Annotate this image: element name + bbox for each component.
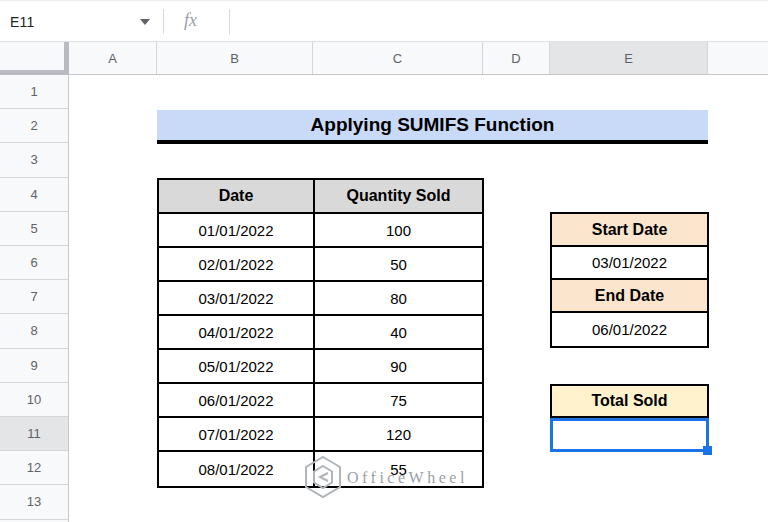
data-table: DateQuantity Sold01/01/202210002/01/2022… xyxy=(157,178,484,488)
table-row: 07/01/2022120 xyxy=(159,418,482,452)
row-header-3[interactable]: 3 xyxy=(0,143,68,177)
column-header-C[interactable]: C xyxy=(313,42,483,74)
table-row: 02/01/202250 xyxy=(159,248,482,282)
start-date-value-cell[interactable]: 03/01/2022 xyxy=(552,247,707,280)
quantity-cell[interactable]: 55 xyxy=(315,452,482,486)
table-row: 01/01/2022100 xyxy=(159,214,482,248)
date-cell[interactable]: 05/01/2022 xyxy=(159,350,315,384)
quantity-cell[interactable]: 50 xyxy=(315,248,482,282)
quantity-cell[interactable]: 80 xyxy=(315,282,482,316)
fx-icon: fx xyxy=(184,10,197,31)
table-row: 04/01/202240 xyxy=(159,316,482,350)
quantity-cell[interactable]: 40 xyxy=(315,316,482,350)
column-header-D[interactable]: D xyxy=(483,42,550,74)
row-header-9[interactable]: 9 xyxy=(0,349,68,383)
row-header-13[interactable]: 13 xyxy=(0,485,68,519)
toolbar-divider xyxy=(229,9,230,34)
table-row: 08/01/202255 xyxy=(159,452,482,486)
date-cell[interactable]: 02/01/2022 xyxy=(159,248,315,282)
column-header-extra[interactable] xyxy=(708,42,768,74)
row-header-6[interactable]: 6 xyxy=(0,246,68,280)
name-box[interactable]: E11 xyxy=(10,1,34,42)
date-cell[interactable]: 08/01/2022 xyxy=(159,452,315,486)
column-header-B[interactable]: B xyxy=(157,42,313,74)
column-headers: ABCDE xyxy=(0,42,768,75)
total-sold-header-cell[interactable]: Total Sold xyxy=(550,384,709,418)
select-all-corner[interactable] xyxy=(0,42,69,75)
end-date-value-cell[interactable]: 06/01/2022 xyxy=(552,313,707,346)
end-date-header-cell[interactable]: End Date xyxy=(552,280,707,313)
row-header-5[interactable]: 5 xyxy=(0,212,68,246)
quantity-cell[interactable]: 90 xyxy=(315,350,482,384)
row-header-10[interactable]: 10 xyxy=(0,383,68,417)
table-header-row: DateQuantity Sold xyxy=(159,180,482,214)
worksheet-title-cell[interactable]: Applying SUMIFS Function xyxy=(157,110,708,144)
start-date-header-cell[interactable]: Start Date xyxy=(552,214,707,247)
quantity-cell[interactable]: 100 xyxy=(315,214,482,248)
formula-toolbar: E11 fx xyxy=(0,0,768,42)
column-header-A[interactable]: A xyxy=(69,42,157,74)
toolbar-divider xyxy=(163,9,164,34)
row-header-12[interactable]: 12 xyxy=(0,451,68,485)
criteria-panel: Start Date 03/01/2022 End Date 06/01/202… xyxy=(550,212,709,348)
date-cell[interactable]: 01/01/2022 xyxy=(159,214,315,248)
date-cell[interactable]: 03/01/2022 xyxy=(159,282,315,316)
row-header-7[interactable]: 7 xyxy=(0,280,68,314)
table-header-cell[interactable]: Quantity Sold xyxy=(315,180,482,214)
name-box-dropdown-icon[interactable] xyxy=(140,19,150,25)
column-header-E[interactable]: E xyxy=(550,42,708,74)
table-row: 05/01/202290 xyxy=(159,350,482,384)
quantity-cell[interactable]: 120 xyxy=(315,418,482,452)
date-cell[interactable]: 04/01/2022 xyxy=(159,316,315,350)
date-cell[interactable]: 06/01/2022 xyxy=(159,384,315,418)
row-headers: 12345678910111213 xyxy=(0,75,69,522)
name-box-value: E11 xyxy=(10,14,34,30)
row-header-8[interactable]: 8 xyxy=(0,314,68,348)
table-header-cell[interactable]: Date xyxy=(159,180,315,214)
formula-bar-input[interactable] xyxy=(240,1,760,42)
worksheet-title: Applying SUMIFS Function xyxy=(311,114,555,136)
row-header-1[interactable]: 1 xyxy=(0,75,68,109)
table-row: 03/01/202280 xyxy=(159,282,482,316)
row-header-4[interactable]: 4 xyxy=(0,178,68,212)
date-cell[interactable]: 07/01/2022 xyxy=(159,418,315,452)
table-row: 06/01/202275 xyxy=(159,384,482,418)
quantity-cell[interactable]: 75 xyxy=(315,384,482,418)
spreadsheet-app: E11 fx ABCDE 12345678910111213 Applying … xyxy=(0,0,768,522)
row-header-2[interactable]: 2 xyxy=(0,109,68,143)
fill-handle[interactable] xyxy=(703,446,712,455)
row-header-11[interactable]: 11 xyxy=(0,417,68,451)
selected-cell-e11[interactable] xyxy=(550,418,709,452)
